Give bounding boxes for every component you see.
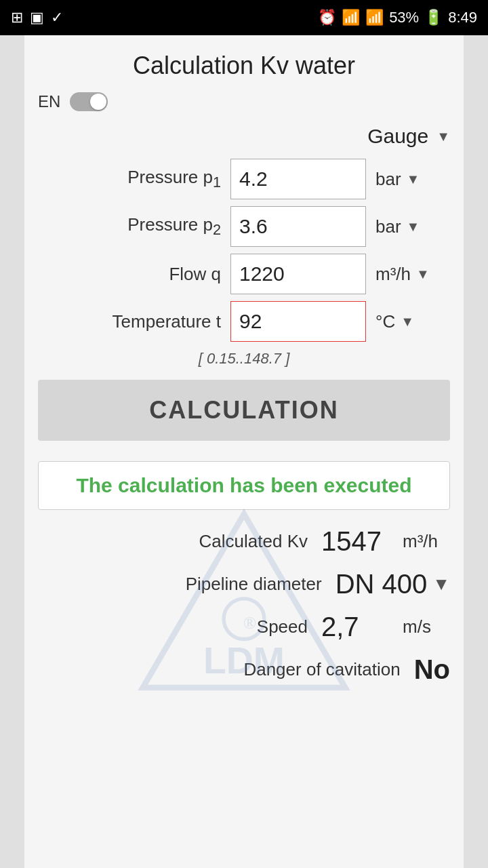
range-hint: [ 0.15..148.7 ] [199,350,290,368]
calculated-kv-label: Calculated Kv [199,531,308,552]
app-icon-1: ⊞ [11,9,23,26]
calculated-kv-value: 1547 [321,526,389,557]
gauge-dropdown[interactable]: Gauge ▼ [367,125,450,148]
flow-dropdown-arrow-icon: ▼ [416,267,430,282]
lang-toggle[interactable] [70,92,108,111]
temperature-label: Temperature t [113,311,221,332]
pressure2-unit-dropdown[interactable]: bar ▼ [375,216,450,237]
gauge-row: Gauge ▼ [38,125,450,148]
pressure2-row: Pressure p2 3.6 bar ▼ [38,206,450,247]
calculated-kv-row: Calculated Kv 1547 m³/h [38,526,450,557]
pipeline-diameter-dropdown[interactable]: DN 400 ▼ [336,569,450,599]
pipeline-diameter-value: DN 400 [336,569,428,599]
alarm-icon: ⏰ [318,9,336,26]
result-message: The calculation has been executed [52,474,436,497]
lang-label: EN [38,92,60,111]
gauge-dropdown-arrow-icon: ▼ [436,129,450,144]
pressure2-label: Pressure p2 [127,214,221,239]
flow-unit-dropdown[interactable]: m³/h ▼ [375,264,450,285]
pressure1-unit-dropdown[interactable]: bar ▼ [375,169,450,190]
gauge-label: Gauge [367,125,428,148]
flow-label: Flow q [169,264,221,285]
cavitation-value: No [414,654,450,685]
pressure2-unit-label: bar [375,216,401,237]
flow-row: Flow q 1220 m³/h ▼ [38,254,450,294]
main-card: Calculation Kv water EN Gauge ▼ Pressure… [24,35,464,868]
flow-unit-label: m³/h [375,264,411,285]
speed-row: Speed 2,7 m/s [38,612,450,642]
pressure1-label: Pressure p1 [127,167,221,191]
temperature-row: Temperature t 92 °C ▼ [38,301,450,342]
result-box: The calculation has been executed [38,461,450,510]
app-title: Calculation Kv water [133,52,355,80]
status-bar-left: ⊞ ▣ ✓ [11,9,63,26]
time-display: 8:49 [448,9,477,26]
toggle-row: EN [38,92,450,111]
speed-value: 2,7 [321,612,389,642]
temperature-input[interactable]: 92 [230,301,366,342]
pressure1-unit-label: bar [375,169,401,190]
temperature-unit-label: °C [375,311,395,332]
pressure1-input[interactable]: 4.2 [230,159,366,199]
calculation-button[interactable]: CALCULATION [38,380,450,441]
pipeline-diameter-label: Pipeline diameter [186,574,322,595]
speed-unit: m/s [403,616,450,637]
pressure2-input[interactable]: 3.6 [230,206,366,247]
speed-label: Speed [257,616,308,637]
signal-icon: 📶 [365,9,384,26]
battery-text: 53% [389,9,419,26]
pipeline-diameter-arrow-icon: ▼ [432,574,450,595]
temperature-unit-dropdown[interactable]: °C ▼ [375,311,450,332]
flow-input[interactable]: 1220 [230,254,366,294]
wifi-icon: 📶 [342,9,360,26]
cavitation-row: Danger of cavitation No [38,654,450,685]
pressure2-dropdown-arrow-icon: ▼ [407,219,420,235]
app-icon-2: ▣ [30,9,44,26]
status-bar-right: ⏰ 📶 📶 53% 🔋 8:49 [318,9,477,26]
results-area: Calculated Kv 1547 m³/h Pipeline diamete… [38,526,450,685]
pipeline-diameter-row: Pipeline diameter DN 400 ▼ [38,569,450,599]
pressure1-dropdown-arrow-icon: ▼ [407,172,420,187]
status-bar: ⊞ ▣ ✓ ⏰ 📶 📶 53% 🔋 8:49 [0,0,488,35]
temperature-dropdown-arrow-icon: ▼ [401,314,414,330]
pressure1-row: Pressure p1 4.2 bar ▼ [38,159,450,199]
cavitation-label: Danger of cavitation [243,659,400,680]
app-icon-3: ✓ [51,9,63,26]
input-section: Pressure p1 4.2 bar ▼ Pressure p2 3.6 ba… [38,159,450,342]
calculated-kv-unit: m³/h [403,531,450,552]
battery-icon: 🔋 [424,9,443,26]
